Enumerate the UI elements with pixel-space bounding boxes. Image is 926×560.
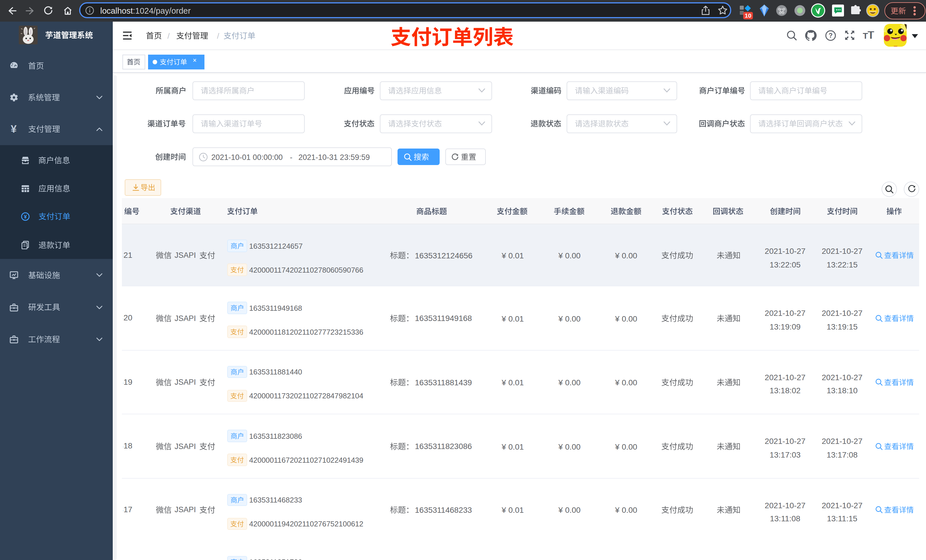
- svg-text:10: 10: [744, 12, 751, 19]
- svg-text:¥: ¥: [11, 124, 17, 134]
- svg-text:T: T: [863, 31, 868, 41]
- svg-text:¥: ¥: [24, 213, 27, 219]
- svg-text:T: T: [868, 31, 874, 41]
- svg-text:?: ?: [829, 32, 832, 39]
